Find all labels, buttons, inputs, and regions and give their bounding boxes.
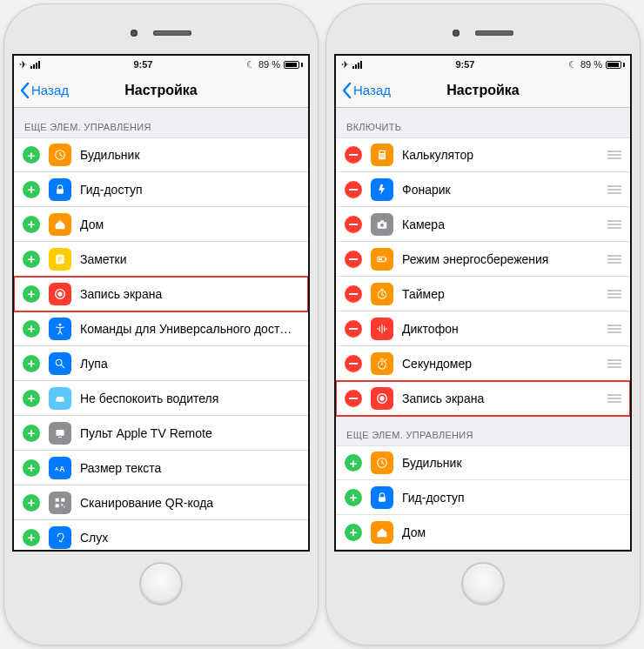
front-camera-icon: [453, 30, 460, 37]
remove-button[interactable]: [345, 216, 362, 233]
row-label: Таймер: [402, 287, 595, 301]
remove-button[interactable]: [345, 355, 362, 372]
nav-bar: Назад Настройка: [336, 73, 630, 108]
row-atv-remote[interactable]: Пульт Apple TV Remote: [14, 416, 308, 451]
back-button[interactable]: Назад: [19, 83, 69, 98]
row-label: Дом: [402, 525, 621, 539]
row-alarm[interactable]: Будильник: [336, 445, 630, 480]
add-button[interactable]: [345, 489, 362, 506]
row-lowpower[interactable]: Режим энергосбережения: [336, 242, 630, 277]
alarm-icon: [371, 452, 393, 474]
content-left[interactable]: ЕЩЕ ЭЛЕМ. УПРАВЛЕНИЯ БудильникГид-доступ…: [14, 108, 308, 550]
svg-rect-16: [61, 504, 63, 505]
row-hearing[interactable]: Слух: [14, 520, 308, 550]
add-button[interactable]: [23, 425, 40, 442]
add-button[interactable]: [23, 216, 40, 233]
row-timer[interactable]: Таймер: [336, 277, 630, 311]
drag-handle-icon[interactable]: [604, 290, 621, 298]
speaker-icon: [475, 30, 513, 36]
status-bar: ✈︎ 9:57 ☾ 89 %: [14, 56, 308, 73]
row-magnifier[interactable]: Лупа: [14, 346, 308, 381]
section-header-included: ВКЛЮЧИТЬ: [336, 108, 630, 137]
row-textsize[interactable]: AAРазмер текста: [14, 451, 308, 485]
svg-rect-39: [379, 497, 386, 501]
row-voicememo[interactable]: Диктофон: [336, 311, 630, 346]
back-label: Назад: [31, 83, 69, 97]
row-home[interactable]: Дом: [14, 207, 308, 242]
add-button[interactable]: [23, 251, 40, 268]
row-label: Будильник: [402, 456, 621, 470]
back-button[interactable]: Назад: [341, 83, 391, 98]
remove-button[interactable]: [345, 285, 362, 303]
svg-rect-17: [64, 506, 64, 507]
row-label: Гид-доступ: [80, 183, 299, 197]
row-qr[interactable]: Сканирование QR-кода: [14, 485, 308, 520]
wifi-icon: [30, 60, 40, 69]
status-left: ✈︎: [19, 59, 40, 70]
content-right[interactable]: ВКЛЮЧИТЬ КалькуляторФонарикКамераРежим э…: [336, 108, 630, 550]
remove-button[interactable]: [345, 181, 362, 198]
row-dnd-driving[interactable]: Не беспокоить водителя: [14, 381, 308, 416]
svg-rect-21: [379, 151, 384, 153]
guided-icon: [371, 486, 393, 509]
svg-point-26: [381, 156, 382, 157]
remove-button[interactable]: [345, 320, 362, 338]
camera-icon: [371, 213, 393, 236]
add-button[interactable]: [23, 355, 40, 372]
chevron-left-icon: [19, 83, 30, 98]
row-screenrec[interactable]: Запись экрана: [336, 381, 630, 416]
row-screenrec[interactable]: Запись экрана: [14, 277, 308, 311]
status-right: ☾ 89 %: [568, 59, 625, 70]
calculator-icon: [371, 144, 393, 166]
speaker-icon: [153, 30, 191, 36]
drag-handle-icon[interactable]: [604, 255, 621, 264]
row-guided[interactable]: Гид-доступ: [336, 480, 630, 515]
wifi-icon: [352, 60, 362, 69]
add-button[interactable]: [23, 320, 40, 338]
phone-left: ✈︎ 9:57 ☾ 89 % Назад Настройка ЕЩЕ ЭЛЕМ.…: [3, 3, 319, 646]
row-alarm[interactable]: Будильник: [14, 137, 308, 172]
row-label: Размер текста: [80, 461, 299, 475]
add-button[interactable]: [345, 524, 362, 541]
remove-button[interactable]: [345, 146, 362, 164]
add-button[interactable]: [23, 529, 40, 546]
row-label: Не беспокоить водителя: [80, 391, 299, 405]
home-icon: [49, 213, 71, 236]
drag-handle-icon[interactable]: [604, 185, 621, 194]
add-button[interactable]: [23, 146, 40, 164]
drag-handle-icon[interactable]: [604, 151, 621, 159]
row-home[interactable]: Дом: [336, 515, 630, 550]
home-icon: [371, 521, 393, 544]
row-flashlight[interactable]: Фонарик: [336, 172, 630, 207]
row-label: Запись экрана: [80, 287, 299, 301]
row-shortcuts[interactable]: Команды для Универсального дост…: [14, 311, 308, 346]
add-button[interactable]: [23, 390, 40, 407]
drag-handle-icon[interactable]: [604, 359, 621, 368]
status-bar: ✈︎ 9:57 ☾ 89 %: [336, 56, 630, 73]
add-button[interactable]: [23, 181, 40, 198]
add-button[interactable]: [23, 494, 40, 512]
row-camera[interactable]: Камера: [336, 207, 630, 242]
airplane-icon: ✈︎: [19, 59, 27, 70]
row-label: Режим энергосбережения: [402, 252, 595, 266]
earpiece-row: [453, 12, 513, 54]
add-button[interactable]: [23, 285, 40, 303]
row-notes[interactable]: Заметки: [14, 242, 308, 277]
drag-handle-icon[interactable]: [604, 394, 621, 403]
drag-handle-icon[interactable]: [604, 324, 621, 333]
remove-button[interactable]: [345, 390, 362, 407]
drag-handle-icon[interactable]: [604, 220, 621, 229]
row-label: Заметки: [80, 252, 299, 266]
row-guided[interactable]: Гид-доступ: [14, 172, 308, 207]
row-calculator[interactable]: Калькулятор: [336, 137, 630, 172]
screenrec-icon: [371, 387, 393, 410]
row-label: Фонарик: [402, 183, 595, 197]
add-button[interactable]: [345, 454, 362, 472]
add-button[interactable]: [23, 459, 40, 477]
remove-button[interactable]: [345, 251, 362, 268]
battery-icon: [284, 61, 303, 69]
textsize-icon: AA: [49, 457, 71, 479]
row-stopwatch[interactable]: Секундомер: [336, 346, 630, 381]
home-button[interactable]: [139, 562, 183, 606]
home-button[interactable]: [461, 562, 505, 606]
